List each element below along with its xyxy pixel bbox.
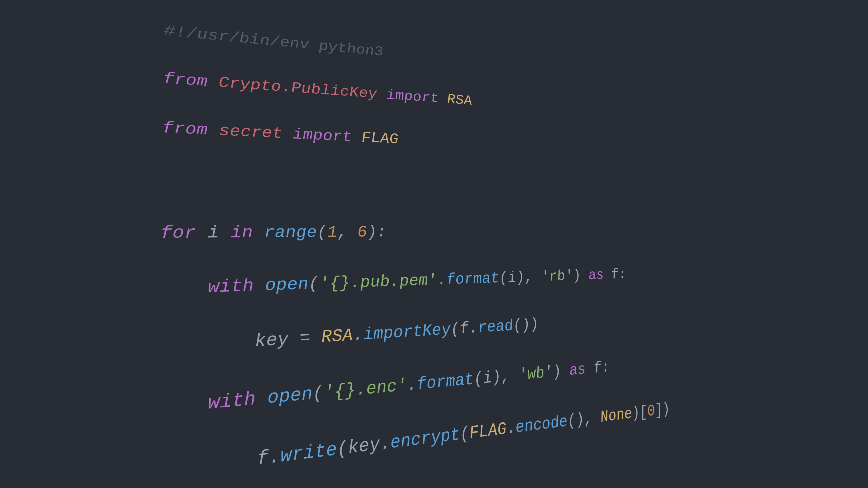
comma: , [583,408,602,428]
kw-in: in [230,223,253,242]
kw-import: import [292,126,352,145]
name-flag: FLAG [469,419,507,443]
eq: = [288,327,322,349]
fn-format: format [445,269,500,289]
code-line-3: from secret import FLAG [162,116,629,160]
shebang-comment: #!/usr/bin/env python3 [164,22,383,60]
paren: ( [316,223,328,241]
code-block: #!/usr/bin/env python3 from Crypto.Publi… [155,0,680,488]
fn-format: format [416,370,475,394]
num-6: 6 [357,223,368,241]
kw-with: with [208,276,254,297]
name-rsa: RSA [446,92,473,108]
fn-write: write [280,439,338,467]
str-rb: 'rb' [540,268,574,285]
paren: ( [312,383,324,404]
str-pubpem: '{}.pub.pem' [319,271,438,293]
dot: . [406,375,417,395]
colon: : [376,223,387,241]
dot: . [268,445,281,469]
num-1: 1 [327,223,338,241]
module-crypto: Crypto.PublicKey [218,74,377,102]
code-line-6: with open('{}.pub.pem'.format(i), 'rb') … [159,263,649,303]
paren: ) [367,223,377,241]
dot: . [352,325,364,345]
kw-import: import [385,87,439,106]
paren: ( [337,437,348,460]
fn-encode: encode [515,412,569,437]
code-line-4-blank [161,166,636,200]
var-f: f [256,447,269,470]
var-i: i [208,223,219,242]
comma: , [500,366,520,386]
code-line-5: for i in range(1, 6): [160,220,643,247]
paren: ) [529,315,539,333]
comma: , [337,223,358,241]
str-enc: '{}.enc' [323,376,407,403]
name-none: None [599,404,633,426]
dot: . [436,271,447,289]
kw-from: from [163,70,208,90]
dot: . [379,433,391,455]
name-rsa: RSA [321,326,353,347]
fn-open: open [265,274,309,295]
var-key: key [347,434,381,459]
code-stage: #!/usr/bin/env python3 from Crypto.Publi… [0,0,868,488]
kw-as: as [560,360,595,380]
kw-for: for [160,223,196,243]
fn-open: open [267,383,313,409]
var-key: key [254,329,289,352]
name-flag: FLAG [361,129,399,148]
code-line-7: key = RSA.importKey(f.read()) [158,306,657,362]
str-wb: 'wb' [518,363,554,385]
kw-from: from [162,119,208,139]
module-secret: secret [219,122,283,142]
kw-with: with [208,388,256,414]
kw-as: as [580,267,612,284]
fn-range: range [264,223,317,242]
paren: ( [308,274,319,294]
fn-read: read [477,317,514,337]
comma: , [524,268,542,286]
fn-encrypt: encrypt [390,424,461,453]
fn-importkey: importKey [363,320,452,345]
